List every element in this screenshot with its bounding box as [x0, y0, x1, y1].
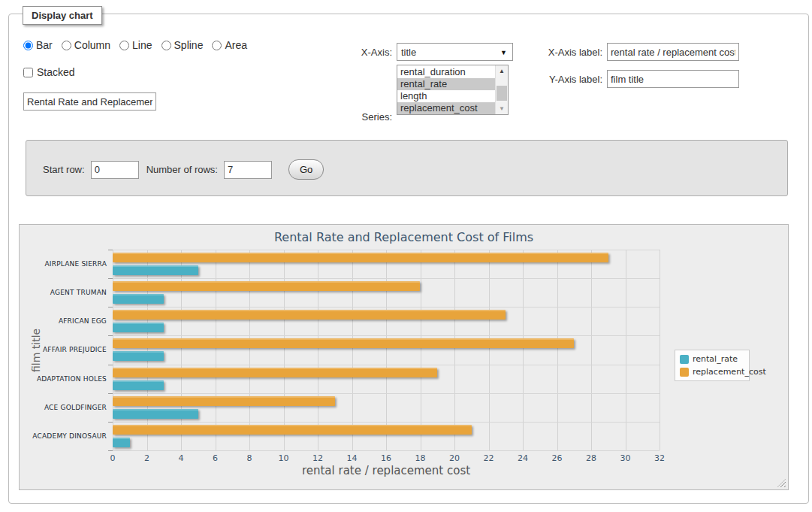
start-row-input[interactable]: [91, 161, 139, 179]
radio-spline-label: Spline: [174, 39, 204, 51]
bar-replacement_cost: [113, 396, 335, 406]
legend-label: rental_rate: [693, 354, 738, 364]
radio-area-input[interactable]: [212, 41, 222, 50]
category-label: ACADEMY DINOSAUR: [17, 432, 107, 440]
x-tick-label: 26: [552, 453, 563, 463]
grid-line-horizontal: [113, 278, 660, 279]
y-tick-mark: [108, 307, 113, 308]
chevron-down-icon: ▼: [500, 49, 507, 56]
chart-legend: rental_ratereplacement_cost: [675, 350, 750, 381]
legend-label: replacement_cost: [693, 367, 766, 377]
x-tick-label: 10: [279, 453, 289, 463]
display-chart-panel: Display chart Bar Column Line Spline Are…: [8, 14, 809, 504]
series-option[interactable]: rental_duration: [397, 66, 495, 78]
bar-rental_rate: [113, 323, 164, 332]
bar-replacement_cost: [113, 253, 608, 262]
radio-column[interactable]: Column: [62, 39, 110, 51]
grid-line-horizontal: [113, 250, 660, 250]
radio-line-input[interactable]: [119, 41, 129, 50]
chart-title-input[interactable]: [23, 92, 156, 111]
radio-column-input[interactable]: [62, 41, 71, 50]
x-tick-label: 2: [144, 453, 149, 463]
yaxis-label-input[interactable]: [607, 70, 739, 88]
grid-line-vertical: [318, 250, 318, 450]
radio-spline-input[interactable]: [161, 41, 171, 50]
grid-line-vertical: [113, 250, 113, 450]
x-tick-label: 4: [179, 453, 184, 463]
grid-line-vertical: [557, 250, 558, 450]
bar-rental_rate: [113, 409, 198, 419]
series-option[interactable]: length: [397, 90, 495, 102]
num-rows-input[interactable]: [224, 161, 272, 179]
stacked-checkbox[interactable]: [23, 68, 33, 77]
bar-replacement_cost: [113, 368, 437, 377]
radio-line-label: Line: [132, 39, 152, 51]
x-tick-label: 14: [347, 453, 358, 463]
go-button[interactable]: Go: [288, 159, 324, 180]
grid-line-vertical: [147, 250, 148, 450]
bar-replacement_cost: [113, 425, 472, 435]
x-tick-label: 24: [518, 453, 528, 463]
y-tick-mark: [108, 422, 113, 423]
grid-line-vertical: [284, 250, 285, 450]
x-tick-label: 0: [110, 453, 116, 463]
bar-rental_rate: [113, 380, 164, 390]
series-option[interactable]: replacement_cost: [397, 102, 495, 114]
legend-item[interactable]: replacement_cost: [680, 367, 744, 377]
x-tick-label: 12: [312, 453, 323, 463]
legend-swatch-icon: [680, 368, 689, 377]
bar-rental_rate: [113, 294, 164, 304]
grid-line-vertical: [216, 250, 216, 450]
xaxis-select[interactable]: title ▼: [397, 43, 513, 61]
radio-bar[interactable]: Bar: [23, 39, 53, 51]
chart-title: Rental Rate and Replacement Cost of Film…: [20, 230, 788, 244]
radio-line[interactable]: Line: [119, 39, 152, 51]
xaxis-select-value: title: [397, 44, 512, 61]
resize-handle-icon[interactable]: [777, 479, 786, 487]
series-scrollbar[interactable]: ▲ ▼: [495, 65, 508, 114]
legend-item[interactable]: rental_rate: [680, 354, 744, 364]
yaxis-label-field-label: Y-Axis label:: [527, 74, 602, 85]
grid-line-horizontal: [113, 307, 660, 308]
series-option[interactable]: rental_rate: [397, 78, 495, 90]
bar-rental_rate: [113, 438, 130, 447]
scroll-down-icon[interactable]: ▼: [496, 103, 508, 114]
x-tick-label: 20: [449, 453, 460, 463]
plot-area: 02468101214161820222426283032AIRPLANE SI…: [113, 250, 660, 450]
grid-line-vertical: [352, 250, 353, 450]
y-tick-mark: [108, 335, 113, 336]
chart-container: Rental Rate and Replacement Cost of Film…: [19, 224, 789, 490]
y-tick-mark: [108, 365, 113, 365]
grid-line-horizontal: [113, 365, 660, 365]
stacked-label: Stacked: [37, 66, 75, 78]
x-tick-label: 30: [620, 453, 631, 463]
radio-area[interactable]: Area: [212, 39, 247, 51]
bar-rental_rate: [113, 265, 198, 275]
radio-area-label: Area: [225, 39, 247, 51]
xaxis-label-input[interactable]: [607, 43, 739, 61]
category-label: ACE GOLDFINGER: [17, 404, 107, 411]
x-tick-label: 32: [654, 453, 665, 463]
scrollbar-thumb[interactable]: [497, 86, 507, 101]
category-label: ADAPTATION HOLES: [17, 375, 107, 383]
start-row-label: Start row:: [43, 164, 85, 175]
grid-line-vertical: [489, 250, 490, 450]
grid-line-vertical: [591, 250, 592, 450]
stacked-checkbox-row[interactable]: Stacked: [23, 66, 75, 78]
category-label: AFRICAN EGG: [17, 317, 107, 325]
chart-type-radio-group: Bar Column Line Spline Area: [23, 39, 247, 51]
radio-bar-input[interactable]: [23, 41, 33, 50]
y-tick-mark: [108, 450, 113, 451]
series-listbox[interactable]: rental_durationrental_ratelengthreplacem…: [397, 65, 509, 115]
y-tick-mark: [108, 278, 113, 279]
radio-spline[interactable]: Spline: [161, 39, 204, 51]
x-tick-label: 16: [381, 453, 391, 463]
row-range-box: Start row: Number of rows: Go: [26, 140, 788, 196]
grid-line-horizontal: [113, 422, 660, 423]
legend-swatch-icon: [680, 355, 689, 364]
series-list-label: Series:: [309, 111, 392, 123]
y-tick-mark: [108, 250, 113, 250]
grid-line-vertical: [249, 250, 250, 450]
scroll-up-icon[interactable]: ▲: [496, 65, 508, 77]
grid-line-vertical: [660, 250, 660, 450]
